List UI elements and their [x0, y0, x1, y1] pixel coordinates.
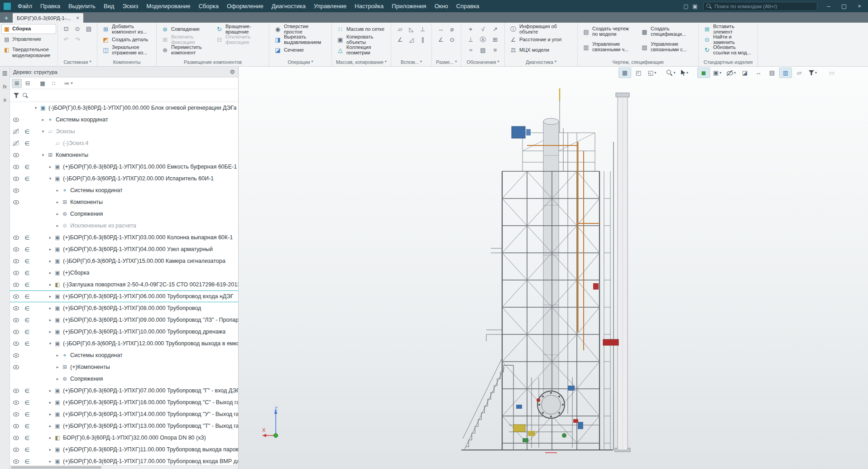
find-replace-button[interactable]: ⊙ Найти и заменить — [702, 34, 754, 45]
tree-row[interactable]: ∈ ⊞ Компоненты — [10, 149, 238, 161]
mode-solid-modeling[interactable]: ◧ Твердотельное моделирование — [1, 45, 56, 60]
expander-icon[interactable] — [33, 106, 39, 110]
create-part-button[interactable]: ◩ Создать деталь — [101, 34, 153, 45]
visibility-eye-icon[interactable] — [10, 152, 22, 158]
dots-view-icon[interactable]: ∷ ▾ — [48, 79, 58, 88]
parallel-plane-icon[interactable]: ∥ — [418, 35, 428, 44]
expander-icon[interactable] — [47, 176, 53, 181]
expander-icon[interactable] — [54, 223, 61, 228]
menu-item[interactable]: Настройка — [350, 0, 388, 12]
print-icon[interactable]: ⊡ — [61, 24, 71, 33]
tree-row[interactable]: ∈ ⌖ Системы координат — [10, 114, 238, 126]
wave-line-icon[interactable]: ≈ — [466, 46, 476, 55]
tree-row[interactable]: ∈ ▣ (-)БОР(Г)0,6-3(60РД-1-УПХГ)15.00.000… — [10, 255, 238, 267]
menu-item[interactable]: Управление — [310, 0, 350, 12]
tree-row[interactable]: ∈ ◧ БОР(Г)0,6-3(60РД-1-УПХГ)32.00.000 Оп… — [10, 432, 238, 444]
ribbon-group-caption[interactable]: Массив, копирование▾ — [332, 59, 391, 65]
sheet-icon[interactable]: ▱ ▾ — [793, 68, 806, 78]
tree-row[interactable]: ∈ ◧ (-)Заглушка поворотная 2-50-4,0-09Г2… — [10, 279, 238, 290]
distance-angle-button[interactable]: ∠ Расстояние и угол — [508, 34, 574, 45]
manage-specs-button[interactable]: ▧ Управление связанными с... — [639, 39, 695, 55]
tolerance-frame-icon[interactable]: ⊞ — [490, 35, 500, 44]
menu-item[interactable]: Окно — [430, 0, 452, 12]
ribbon-group-caption[interactable]: Системная▾ — [58, 59, 97, 65]
visibility-eye-icon[interactable] — [10, 353, 22, 358]
tree-row[interactable]: ∈ ▱ Эскизы — [10, 126, 238, 137]
menu-item[interactable]: Правка — [36, 0, 64, 12]
undo-icon[interactable]: ↶ — [61, 35, 71, 44]
diameter-dimension-icon[interactable]: ⌀ — [447, 25, 457, 34]
tree-row[interactable]: ∈ ▣ (+)БОР(Г)0,6-3(60РД-1-УПХГ)03.00.000… — [10, 232, 238, 243]
visibility-eye-icon[interactable] — [10, 305, 22, 311]
orientation-icon[interactable]: ◱ ▾ — [646, 68, 658, 78]
model-3d-render[interactable] — [459, 87, 654, 460]
expander-icon[interactable] — [47, 282, 53, 287]
linear-dimension-icon[interactable]: ↔ — [436, 25, 446, 34]
tree-row[interactable]: ∈ ⊞ Компоненты — [10, 196, 238, 208]
offset-plane-icon[interactable]: ▱ — [395, 25, 405, 34]
shaded-view-icon[interactable]: ◼ ▾ — [697, 68, 710, 78]
maximize-button[interactable]: ▢ — [836, 1, 852, 12]
add-component-button[interactable]: ⊞ Добавить компонент из... — [101, 24, 153, 34]
hatch-icon[interactable]: ▨ — [478, 46, 488, 55]
expander-icon[interactable] — [47, 388, 53, 393]
expander-icon[interactable] — [47, 341, 53, 346]
visibility-eye-icon[interactable] — [10, 140, 22, 146]
tree-row[interactable]: ∈ ⊘ Исключенные из расчета — [10, 220, 238, 232]
grid-icon[interactable]: ▦ ▾ — [619, 68, 631, 78]
tree-horizontal-scrollbar[interactable] — [10, 465, 238, 469]
position-marker-icon[interactable]: Ⓐ — [478, 35, 488, 44]
panels-layout-icon[interactable]: ▥ ▾ — [779, 68, 792, 78]
create-spec-button[interactable]: ▦ Создать спецификаци... — [639, 24, 695, 39]
new-document-icon[interactable]: + — [1, 14, 11, 23]
ribbon-group-caption[interactable]: Разме...▾ — [432, 59, 461, 65]
note-icon[interactable]: ≡ — [490, 46, 500, 55]
menu-item[interactable]: Моделирование — [142, 0, 194, 12]
tree-row[interactable]: ∈ ▣ (+)БОР(Г)0,6-3(60РД-1-УПХГ)09.00.000… — [10, 314, 238, 326]
filter-icon[interactable] — [14, 93, 19, 98]
expander-icon[interactable] — [47, 318, 53, 322]
disable-fixation-button[interactable]: ⊟ Отключить фиксацию — [214, 34, 266, 45]
mode-assembly[interactable]: ▣ Сборка — [1, 24, 56, 34]
tree-row[interactable]: ∈ ▣ (+)БОР(Г)0,6-3(60РД-1-УПХГ)06.00.000… — [10, 290, 238, 302]
menu-item[interactable]: Справка — [452, 0, 484, 12]
tree-row[interactable]: ∈ ▣ (+)БОР(Г)0,6-3(60РД-1-УПХГ)08.00.000… — [10, 302, 238, 314]
preview-icon[interactable]: ⊙ — [72, 24, 82, 33]
move-component-button[interactable]: ⊕ Переместить компонент — [160, 45, 211, 55]
tree-row[interactable]: ∈ ▣ (+)БОР(Г)0,6-3(60РД-1-УПХГ)10.00.000… — [10, 326, 238, 338]
expander-icon[interactable] — [54, 377, 61, 381]
visibility-eye-icon[interactable] — [10, 270, 22, 276]
tree-row[interactable]: ∈ ▣ (+)БОР(Г)0,6-3(60РД-1-УПХГ)04.00.000… — [10, 243, 238, 255]
filter-icon[interactable]: ▾ — [806, 68, 819, 78]
tree-row[interactable]: ∈ ▣ (+)БОР(Г)0,6-3(60РД-1-УПХГ)13.00.000… — [10, 420, 238, 432]
visibility-eye-icon[interactable] — [10, 258, 22, 264]
menu-item[interactable]: Диагностика — [268, 0, 310, 12]
visibility-eye-icon[interactable] — [10, 282, 22, 287]
visibility-eye-icon[interactable] — [10, 341, 22, 346]
minimize-button[interactable]: – — [821, 1, 836, 12]
ribbon-group-caption[interactable]: Операции▾ — [269, 59, 331, 65]
create-drawing-button[interactable]: ▤ Создать чертеж по модели — [581, 24, 637, 39]
menu-item[interactable]: Выделить — [64, 0, 100, 12]
tree-row[interactable]: ∈ ▣ (+)Сборка — [10, 267, 238, 279]
relations-icon[interactable]: ≔ ▾ — [63, 79, 73, 88]
expander-icon[interactable] — [47, 247, 53, 251]
mode-management[interactable]: ▤ Управление — [1, 34, 56, 44]
geometry-collection-button[interactable]: △ Коллекция геометрии — [335, 45, 388, 55]
expander-icon[interactable] — [54, 353, 61, 358]
expander-icon[interactable] — [47, 271, 53, 275]
gallery-icon[interactable]: ▣ — [691, 3, 700, 10]
tree-panel-icon[interactable]: ▥ — [1, 69, 9, 77]
menu-item[interactable]: Вид — [100, 0, 119, 12]
datum-icon[interactable]: ⊥ — [466, 35, 476, 44]
expander-icon[interactable] — [47, 329, 53, 334]
grid-pattern-button[interactable]: ∷ Массив по сетке — [335, 24, 388, 34]
expander-icon[interactable] — [40, 117, 46, 122]
command-search[interactable] — [703, 2, 817, 11]
visibility-eye-icon[interactable] — [10, 247, 22, 252]
main-menu-icon[interactable]: ≡ — [1, 96, 9, 104]
angle-icon[interactable]: ∠ — [395, 35, 405, 44]
document-tab[interactable]: БОР(Г)0,6-3(60РД-1-... × — [13, 13, 83, 23]
ribbon-group-caption[interactable]: Вспом...▾ — [391, 59, 432, 65]
visibility-eye-icon[interactable] — [10, 388, 22, 393]
